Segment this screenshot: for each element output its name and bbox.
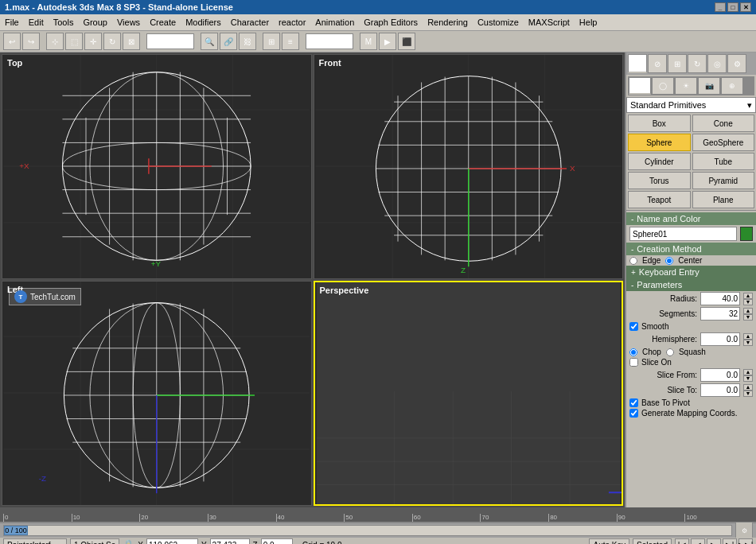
window-controls[interactable]: _ □ ✕: [715, 2, 751, 12]
hemisphere-spinner[interactable]: ▲ ▼: [743, 333, 753, 346]
gen-mapping-checkbox[interactable]: [629, 409, 638, 418]
name-color-minus[interactable]: -: [631, 215, 633, 223]
cylinder-btn[interactable]: Cylinder: [628, 153, 691, 170]
menu-edit[interactable]: Edit: [27, 17, 45, 27]
select-by-name-btn[interactable]: 🔍: [201, 33, 218, 50]
geosphere-btn[interactable]: GeoSphere: [692, 134, 755, 151]
x-coord-input[interactable]: [146, 538, 198, 544]
menu-reactor[interactable]: reactor: [277, 17, 307, 27]
base-pivot-checkbox[interactable]: [629, 398, 638, 407]
radius-down[interactable]: ▼: [743, 299, 753, 305]
slice-from-input[interactable]: [700, 368, 740, 382]
hemisphere-input[interactable]: [700, 332, 740, 346]
box-btn[interactable]: Box: [628, 115, 691, 132]
move-btn[interactable]: ✛: [84, 33, 102, 50]
time-config-btn[interactable]: ⚙: [735, 522, 753, 539]
mirror-btn[interactable]: ⊞: [263, 33, 280, 50]
tab-hierarchy[interactable]: ⊞: [668, 54, 687, 73]
align-btn[interactable]: ≡: [282, 33, 299, 50]
link-btn[interactable]: 🔗: [220, 33, 237, 50]
cone-btn[interactable]: Cone: [692, 115, 755, 132]
next-frame-btn[interactable]: ▶|: [723, 538, 737, 544]
tab-shapes[interactable]: ◯: [652, 77, 674, 95]
smooth-checkbox[interactable]: [629, 322, 638, 331]
keyboard-plus[interactable]: +: [631, 268, 636, 277]
sphere-btn[interactable]: Sphere: [628, 134, 691, 151]
tab-lights[interactable]: ☀: [675, 77, 697, 95]
pyramid-btn[interactable]: Pyramid: [692, 172, 755, 189]
radius-up[interactable]: ▲: [743, 293, 753, 299]
go-end-btn[interactable]: ▶▶|: [738, 538, 753, 544]
params-minus[interactable]: -: [631, 281, 633, 289]
menu-tools[interactable]: Tools: [52, 17, 76, 27]
teapot-btn[interactable]: Teapot: [628, 191, 691, 208]
menu-modifiers[interactable]: Modifiers: [184, 17, 223, 27]
tab-cameras[interactable]: 📷: [698, 77, 720, 95]
squash-radio[interactable]: [666, 348, 674, 356]
object-count-btn[interactable]: 1 Object Se: [70, 538, 119, 544]
rotate-btn[interactable]: ↻: [103, 33, 121, 50]
scale-btn[interactable]: ⊠: [123, 33, 140, 50]
filter-dropdown[interactable]: All ▾: [146, 33, 194, 49]
tab-motion[interactable]: ↻: [688, 54, 707, 73]
slice-from-spinner[interactable]: ▲ ▼: [743, 369, 753, 382]
viewport-perspective[interactable]: Perspective: [314, 281, 624, 506]
render-btn[interactable]: ▶: [379, 33, 396, 50]
menu-views[interactable]: Views: [115, 17, 142, 27]
primitives-dropdown[interactable]: Standard Primitives ▾: [626, 97, 756, 113]
torus-btn[interactable]: Torus: [628, 172, 691, 189]
time-range[interactable]: 0 / 100: [3, 525, 732, 536]
slice-to-spinner[interactable]: ▲ ▼: [743, 384, 753, 397]
creation-minus[interactable]: -: [631, 245, 633, 254]
tab-create[interactable]: ✦: [628, 54, 647, 73]
tab-geometry[interactable]: ⬡: [629, 77, 651, 95]
tab-utilities[interactable]: ⚙: [727, 54, 746, 73]
close-btn[interactable]: ✕: [740, 2, 751, 12]
segments-input[interactable]: [700, 307, 740, 321]
tab-display[interactable]: ◎: [707, 54, 727, 73]
prev-frame-btn[interactable]: ◀: [691, 538, 705, 544]
menu-customize[interactable]: Customize: [476, 17, 520, 27]
tube-btn[interactable]: Tube: [692, 153, 755, 170]
menu-group[interactable]: Group: [81, 17, 109, 27]
time-thumb[interactable]: 0 / 100: [4, 526, 28, 535]
center-radio[interactable]: [665, 257, 673, 265]
z-coord-input[interactable]: [261, 538, 293, 544]
plane-btn[interactable]: Plane: [692, 191, 755, 208]
st-down[interactable]: ▼: [743, 391, 753, 397]
select-region-btn[interactable]: ⬚: [65, 33, 83, 50]
view-dropdown[interactable]: View ▾: [306, 33, 353, 49]
menu-help[interactable]: Help: [578, 17, 599, 27]
hemi-up[interactable]: ▲: [743, 333, 753, 340]
select-btn[interactable]: ⊹: [46, 33, 64, 50]
menu-animation[interactable]: Animation: [314, 17, 356, 27]
viewport-left[interactable]: Left T TechTut.com: [2, 281, 312, 506]
menu-character[interactable]: Character: [229, 17, 271, 27]
menu-maxscript[interactable]: MAXScript: [527, 17, 571, 27]
material-editor-btn[interactable]: M: [360, 33, 377, 50]
st-up[interactable]: ▲: [743, 384, 753, 391]
tab-modify[interactable]: ⊘: [648, 54, 667, 73]
object-name-input[interactable]: [629, 227, 737, 241]
quick-render-btn[interactable]: ⬛: [398, 33, 415, 50]
edge-radio[interactable]: [629, 257, 637, 265]
painter-interf-btn[interactable]: PainterInterf: [3, 538, 67, 544]
radius-spinner[interactable]: ▲ ▼: [743, 293, 753, 305]
menu-graph-editors[interactable]: Graph Editors: [362, 17, 419, 27]
radius-input[interactable]: [700, 292, 740, 305]
viewport-top[interactable]: Top: [2, 54, 312, 279]
unlink-btn[interactable]: ⛓: [239, 33, 256, 50]
sf-down[interactable]: ▼: [743, 375, 753, 382]
segments-up[interactable]: ▲: [743, 308, 753, 314]
y-coord-input[interactable]: [210, 538, 250, 544]
hemi-down[interactable]: ▼: [743, 340, 753, 346]
slice-to-input[interactable]: [700, 383, 740, 397]
viewport-front[interactable]: Front: [314, 54, 624, 279]
redo-btn[interactable]: ↪: [22, 33, 40, 50]
selected-btn[interactable]: Selected: [633, 538, 672, 544]
tab-helpers[interactable]: ⊕: [721, 77, 743, 95]
menu-file[interactable]: File: [3, 17, 21, 27]
go-start-btn[interactable]: |◀: [675, 538, 689, 544]
auto-key-btn[interactable]: Auto Key: [589, 538, 629, 544]
menu-rendering[interactable]: Rendering: [426, 17, 470, 27]
